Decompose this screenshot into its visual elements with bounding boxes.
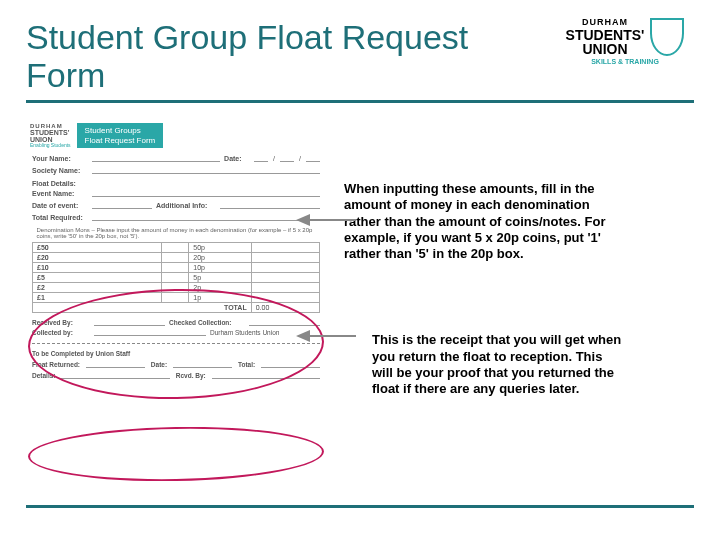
field-doe [92,201,152,209]
lbl-collby: Collected by: [32,329,90,336]
field-recby [94,318,165,326]
lbl-totalreq: Total Required: [32,214,88,221]
field-event [92,189,320,197]
lbl-doe: Date of event: [32,202,88,209]
lbl-date2: Date: [151,361,167,368]
field-details [61,372,169,379]
mini-logo-sub: Enabling Students [30,143,71,148]
lbl-tobecompleted: To be Completed by Union Staff [32,350,130,357]
logo-subtext: SKILLS & TRAINING [556,58,694,66]
shield-icon [650,18,684,56]
lbl-date: Date: [224,155,250,162]
lbl-total2: Total: [238,361,255,368]
field-society [92,166,320,174]
mini-logo: DURHAM STUDENTS' UNION Enabling Students [30,123,71,148]
table-row: £1010p [33,263,320,273]
field-collby [94,328,206,336]
section-float-details: Float Details: [26,176,326,187]
form-preview: DURHAM STUDENTS' UNION Enabling Students… [26,121,326,397]
field-date2 [173,361,232,368]
annotation-note-2: This is the receipt that you will get wh… [372,332,622,397]
field-total2 [261,361,320,368]
highlight-circle-2 [28,425,325,484]
divider-top [26,100,694,103]
table-row: £22p [33,283,320,293]
form-title-l2: Float Request Form [85,136,156,146]
field-your-name [92,154,220,162]
table-total-row: TOTAL0.00 [33,303,320,313]
field-floatret [86,361,145,368]
lbl-event: Event Name: [32,190,88,197]
field-totalreq [92,213,320,221]
lbl-recby: Received By: [32,319,90,326]
table-row: £11p [33,293,320,303]
lbl-checked: Checked Collection: [169,319,245,326]
field-date-d [254,154,268,162]
table-row: £5050p [33,243,320,253]
lbl-rcvdby: Rcvd. By: [176,372,206,379]
field-date-m [280,154,294,162]
annotation-note-1: When inputting these amounts, fill in th… [344,181,614,262]
dashed-divider [32,343,320,344]
denomination-table: Denomination Mons – Please input the amo… [32,225,320,313]
lbl-details: Details: [32,372,55,379]
form-title-box: Student Groups Float Request Form [77,123,164,148]
lbl-your-name: Your Name: [32,155,88,162]
field-rcvdby [212,372,320,379]
field-checked [249,318,320,326]
table-instruction: Denomination Mons – Please input the amo… [33,225,320,243]
mini-logo-l2: STUDENTS' [30,129,71,136]
arrow-icon-1 [296,214,356,226]
arrow-icon-2 [296,330,356,342]
org-logo-top: DURHAM STUDENTS' UNION SKILLS & TRAINING [556,18,694,66]
lbl-floatret: Float Returned: [32,361,80,368]
table-row: £2020p [33,253,320,263]
form-title-l1: Student Groups [85,126,156,136]
logo-text-students: STUDENTS' [566,28,645,42]
page-title: Student Group Float Request Form [26,18,556,94]
field-addinfo [220,201,320,209]
field-date-y [306,154,320,162]
divider-bottom [26,505,694,508]
lbl-addinfo: Additional Info: [156,202,216,209]
logo-text-union: UNION [566,42,645,56]
lbl-society: Society Name: [32,167,88,174]
table-row: £55p [33,273,320,283]
